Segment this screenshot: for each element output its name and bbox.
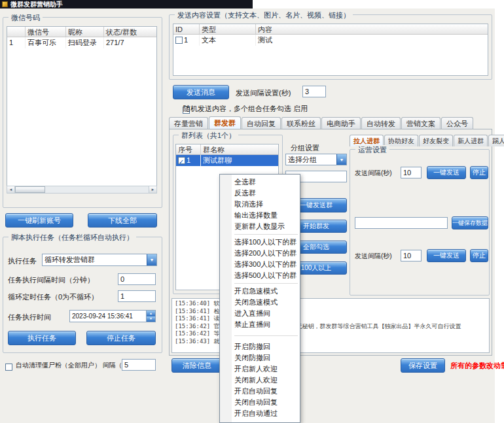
content-col-id: ID [173,24,200,34]
tab-friend-fission[interactable]: 好友裂变 [419,135,453,146]
save-settings-button[interactable]: 保存设置 [401,358,445,373]
scroll-right-icon[interactable]: ► [149,186,156,193]
menu-item-output-count[interactable]: 输出选择数量 [220,210,300,221]
scroll-thumb[interactable] [15,186,45,193]
run-task-button[interactable]: 执行任务 [8,331,76,345]
auto-clean-interval-input[interactable] [122,359,156,371]
ops-row3-send-button[interactable]: 一键发送 [427,249,466,262]
menu-item-under-100[interactable]: 选择100人以下的群 [220,237,300,248]
menu-item-enter-live[interactable]: 进入直播间 [220,308,300,319]
spinner-updown-icon[interactable]: ▲▼ [146,311,155,322]
content-row-type: 文本 [200,35,256,46]
group-row-name: 测试群聊 [201,155,278,166]
send-content-table: ID 类型 内容 1 文本 测试 [173,24,488,76]
menu-item-welcome-on[interactable]: 开启新人欢迎 [220,364,300,375]
menu-item-under-300[interactable]: 选择300人以下的群 [220,259,300,270]
group-row-num: 1 [187,155,190,166]
menu-item-antirecall-on[interactable]: 开启防撤回 [220,341,300,352]
tab-ecommerce[interactable]: 电商助手 [321,117,361,129]
accounts-col-nick: 昵称 [66,27,104,37]
table-row[interactable]: 1 文本 测试 [173,35,488,46]
accounts-hscrollbar[interactable]: ◄ ► [7,186,157,194]
menu-item-autoreply-off[interactable]: 关闭自动回复 [220,397,300,408]
menu-item-autoreply-on[interactable]: 开启自动回复 [220,386,300,397]
task-time-picker[interactable]: 2023-09-24 15:36:41 ▲▼ [69,310,156,322]
tab-auto-reply[interactable]: 自动回复 [242,117,281,129]
clear-log-button[interactable]: 清除信息 [171,358,223,373]
menu-item-block-live[interactable]: 禁止直播间 [220,319,300,330]
menu-item-welcome-off[interactable]: 关闭新人欢迎 [220,375,300,386]
chevron-down-icon[interactable]: ▼ [336,154,346,165]
tab-kick[interactable]: 踢人 [488,135,504,146]
task-select[interactable]: 循环转发营销群 ▼ [42,254,157,266]
table-row[interactable]: 1 百事可乐 扫码登录 271/7 [7,37,156,48]
ops-row3-stop-button[interactable]: 停止 [470,249,488,262]
tab-qunfaqun[interactable]: 群发群 [209,116,241,129]
content-row-id: 1 [173,35,200,46]
ops-row1-input[interactable] [401,167,422,178]
main-tabbar: 存量营销 群发群 自动回复 联系粉丝 电商助手 自动转发 营销文案 公众号 [169,116,473,129]
tab-auto-forward[interactable]: 自动转发 [361,117,401,129]
menu-item-deselect[interactable]: 取消选择 [220,199,300,210]
send-message-button[interactable]: 发送消息 [173,85,229,99]
ops-row1-label: 发送间隔(秒) [355,169,392,178]
group-row-selected[interactable]: 1 测试群聊 [176,155,278,166]
task-time-value: 2023-09-24 15:36:41 [70,313,135,320]
ops-row1-send-button[interactable]: 一键发送 [427,166,466,179]
group-filter-value: 选择分组 [286,155,319,165]
menu-item-under-500[interactable]: 选择500人以下的群 [220,270,300,281]
menu-item-under-200[interactable]: 选择200人以下的群 [220,248,300,259]
accounts-group-title: 微信号码 [9,13,43,23]
ops-row3-input[interactable] [401,250,422,262]
window-title: 微群发群营销助手 [10,0,63,9]
ops-save-data-button[interactable]: 一键保存数据 [452,216,488,229]
menu-item-autopass-on[interactable]: 开启自动通过 [220,408,300,419]
menu-item-fast-on[interactable]: 开启急速模式 [220,286,300,297]
menu-item-fast-off[interactable]: 关闭急速模式 [220,297,300,308]
chevron-down-icon[interactable]: ▼ [147,254,156,265]
send-content-group-title: 发送内容设置（支持文本、图片、名片、视频、链接） [175,10,353,20]
tab-official-account[interactable]: 公众号 [441,117,473,129]
group-row-numcell: 1 [176,155,201,166]
accounts-col-num [7,27,26,37]
offline-all-button[interactable]: 下线全部 [88,213,157,228]
scroll-left-icon[interactable]: ◄ [7,186,15,193]
refresh-accounts-button[interactable]: 一键刷新账号 [5,213,73,228]
menu-item-invert[interactable]: 反选群 [220,188,300,199]
random-send-label: 随机发送内容，多个组合任务勾选 启用 [183,104,308,114]
save-warning-text: 所有的参数改动需要点击保存设置 [450,361,504,371]
script-task-group-title: 脚本执行任务（任务栏循环自动执行） [9,233,136,243]
window-titlebar[interactable]: 微群发群营销助手 [0,0,253,8]
content-row-checkbox[interactable] [175,37,183,44]
group-col-num: 序号 [176,144,201,154]
account-row-nick: 扫码登录 [66,37,104,48]
accounts-table-header: 微信号 昵称 状态/群数 [7,27,156,37]
menu-item-refresh-count[interactable]: 更新群人数显示 [220,221,300,232]
send-content-table-header: ID 类型 内容 [173,24,488,35]
group-row-checkbox[interactable] [178,157,185,164]
accounts-col-status: 状态/群数 [104,27,156,37]
send-interval-input[interactable] [302,86,326,97]
content-col-type: 类型 [200,24,256,34]
menu-separator [234,283,298,284]
stop-task-button[interactable]: 停止任务 [86,331,156,345]
task-loop-input[interactable] [118,290,156,302]
menu-item-select-all[interactable]: 全选群 [220,177,300,188]
accounts-table: 微信号 昵称 状态/群数 1 百事可乐 扫码登录 271/7 [7,26,157,194]
ops-row2-input[interactable] [355,217,448,229]
task-loop-label: 循环定时任务（0为不循环） [8,292,98,302]
task-label: 执行任务 [8,256,37,266]
auto-clean-checkbox[interactable] [5,364,12,371]
tab-contact-fans[interactable]: 联系粉丝 [281,117,321,129]
task-interval-input[interactable] [118,273,156,285]
tab-marketing-copy[interactable]: 营销文案 [401,117,441,129]
group-filter-select[interactable]: 选择分组 ▼ [285,154,347,165]
menu-item-antirecall-off[interactable]: 关闭防撤回 [220,352,300,364]
app-icon [2,1,8,7]
account-row-num: 1 [7,37,26,48]
ops-row3-label: 发送间隔(秒) [355,252,392,261]
ops-row1-stop-button[interactable]: 停止 [470,166,488,179]
menu-separator [234,335,298,336]
tab-cunliang-yingxiao[interactable]: 存量营销 [169,117,208,129]
tab-newcomer[interactable]: 新人进群 [454,135,488,146]
